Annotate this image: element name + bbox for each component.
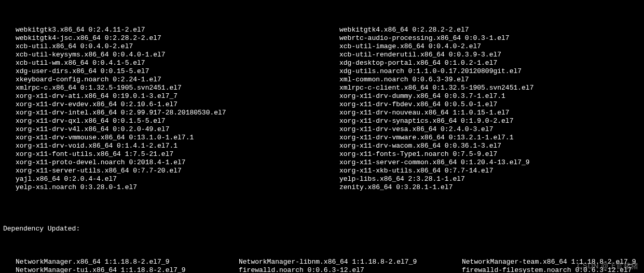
dependency-column-1: NetworkManager.x86_64 1:1.18.8-2.el7_9 N… <box>16 258 239 273</box>
dependency-column-2: NetworkManager-libnm.x86_64 1:1.18.8-2.e… <box>239 258 462 273</box>
dependency-updated-header: Dependency Updated: <box>3 225 641 233</box>
dependency-list: NetworkManager.x86_64 1:1.18.8-2.el7_9 N… <box>3 258 641 273</box>
terminal-output: webkitgtk3.x86_64 0:2.4.11-2.el7 webkitg… <box>0 0 644 273</box>
watermark: CSDN @上官猪猪 <box>577 262 639 270</box>
package-list: webkitgtk3.x86_64 0:2.4.11-2.el7 webkitg… <box>3 26 641 192</box>
package-column-right: webkitgtk4.x86_64 0:2.28.2-2.el7 webrtc-… <box>339 26 641 192</box>
package-column-left: webkitgtk3.x86_64 0:2.4.11-2.el7 webkitg… <box>3 26 339 192</box>
